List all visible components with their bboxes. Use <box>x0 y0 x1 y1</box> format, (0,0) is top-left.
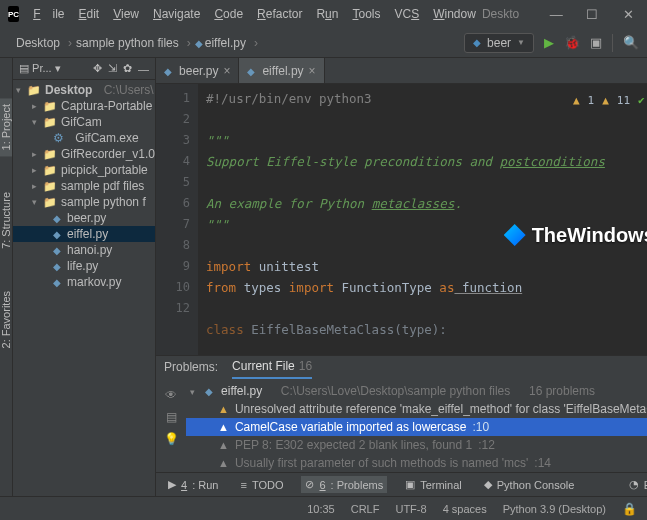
editor-tab[interactable]: beer.py× <box>156 58 239 83</box>
lock-icon[interactable]: 🔒 <box>622 502 637 516</box>
gutter: 1234567891012 <box>156 84 198 355</box>
caret-position[interactable]: 10:35 <box>307 503 335 515</box>
tree-file[interactable]: beer.py <box>67 211 106 225</box>
tree-folder[interactable]: sample pdf files <box>61 179 144 193</box>
interpreter[interactable]: Python 3.9 (Desktop) <box>503 503 606 515</box>
indent-settings[interactable]: 4 spaces <box>443 503 487 515</box>
editor-tabs: beer.py× eiffel.py× <box>156 58 647 84</box>
tab-current-file[interactable]: Current File16 <box>232 359 312 379</box>
tree-folder[interactable]: GifCam <box>61 115 102 129</box>
watermark: TheWindowsClub <box>504 224 647 246</box>
problems-list[interactable]: eiffel.py C:\Users\Love\Desktop\sample p… <box>186 382 647 472</box>
run-configuration-selector[interactable]: ◆ beer ▼ <box>464 33 534 53</box>
menu-navigate[interactable]: Navigate <box>147 4 206 24</box>
bottom-tool-stripe: ▶ 4: Run ≡ TODO ⊘ 6: Problems ▣ Terminal… <box>156 472 647 496</box>
minimize-button[interactable]: ― <box>543 7 569 22</box>
problem-row[interactable]: ▲Unresolved attribute reference 'make_ei… <box>186 400 647 418</box>
file-encoding[interactable]: UTF-8 <box>395 503 426 515</box>
project-panel: ▤ Pr... ▾ ✥ ⇲ ✿ — ▾Desktop C:\Users\ ▸Ca… <box>13 58 156 496</box>
separator <box>612 34 613 52</box>
run-config-name: beer <box>487 36 511 50</box>
problems-toolbar: 👁 ▤ 💡 <box>156 382 186 472</box>
menu-refactor[interactable]: Refactor <box>251 4 308 24</box>
maximize-button[interactable]: ☐ <box>579 7 605 22</box>
window-title: Deskto <box>482 7 519 21</box>
editor-tab[interactable]: eiffel.py× <box>239 58 324 83</box>
error-icon: ▲ <box>573 90 580 111</box>
project-toolbar: ▤ Pr... ▾ ✥ ⇲ ✿ — <box>13 58 155 80</box>
problems-panel: Problems: Current File16 ⚙ — 👁 ▤ 💡 eiffe… <box>156 355 647 472</box>
problems-tabs: Problems: Current File16 ⚙ — <box>156 356 647 382</box>
line-separator[interactable]: CRLF <box>351 503 380 515</box>
code-area[interactable]: #!/usr/bin/env python3 """ Support Eiffe… <box>198 84 647 355</box>
status-bar: 10:35 CRLF UTF-8 4 spaces Python 3.9 (De… <box>0 496 647 520</box>
menu-tools[interactable]: Tools <box>346 4 386 24</box>
breadcrumb[interactable]: sample python files <box>68 33 187 53</box>
problem-row[interactable]: ▲PEP 8: E302 expected 2 blank lines, fou… <box>186 436 647 454</box>
tree-folder[interactable]: picpick_portable <box>61 163 148 177</box>
menu-vcs[interactable]: VCS <box>389 4 426 24</box>
close-icon[interactable]: × <box>223 64 230 78</box>
menu-edit[interactable]: Edit <box>72 4 105 24</box>
inspections-widget[interactable]: ▲1 ▲11 ✔4 ⌃ ⌄ <box>569 88 647 113</box>
tree-folder[interactable]: GifRecorder_v1.0 <box>61 147 155 161</box>
search-everywhere-button[interactable]: 🔍 <box>623 35 639 50</box>
problem-row[interactable]: ▲CamelCase variable imported as lowercas… <box>186 418 647 436</box>
menu-run[interactable]: Run <box>310 4 344 24</box>
tool-run[interactable]: ▶ 4: Run <box>164 476 222 493</box>
tree-root[interactable]: Desktop <box>45 83 92 97</box>
watermark-logo-icon <box>504 224 526 246</box>
menu-view[interactable]: View <box>107 4 145 24</box>
project-view-selector[interactable]: ▤ Pr... ▾ <box>19 62 61 75</box>
tool-event-log[interactable]: ◔ Event Log <box>625 476 647 493</box>
menu-code[interactable]: Code <box>208 4 249 24</box>
close-button[interactable]: ✕ <box>615 7 641 22</box>
app-logo-icon: PC <box>8 6 19 22</box>
tool-window-favorites[interactable]: 2: Favorites <box>0 285 12 354</box>
tool-python-console[interactable]: ◆ Python Console <box>480 476 579 493</box>
chevron-down-icon: ▼ <box>517 38 525 47</box>
close-icon[interactable]: × <box>309 64 316 78</box>
tree-file[interactable]: hanoi.py <box>67 243 112 257</box>
tree-file[interactable]: markov.py <box>67 275 121 289</box>
gear-icon[interactable]: ✿ <box>123 62 132 75</box>
debug-button[interactable]: 🐞 <box>564 35 580 50</box>
hide-icon[interactable]: — <box>138 63 149 75</box>
bulb-icon[interactable]: 💡 <box>164 432 179 446</box>
collapse-icon[interactable]: ⇲ <box>108 62 117 75</box>
tool-window-project[interactable]: 1: Project <box>0 98 12 156</box>
locate-icon[interactable]: ✥ <box>93 62 102 75</box>
breadcrumb[interactable]: eiffel.py <box>187 33 254 53</box>
menu-file[interactable]: File <box>27 4 70 24</box>
tree-file[interactable]: GifCam.exe <box>75 131 138 145</box>
tree-folder[interactable]: Captura-Portable <box>61 99 152 113</box>
tool-todo[interactable]: ≡ TODO <box>236 477 287 493</box>
filter-icon[interactable]: ▤ <box>166 410 177 424</box>
warning-icon: ▲ <box>602 90 609 111</box>
eye-icon[interactable]: 👁 <box>165 388 177 402</box>
tree-file[interactable]: life.py <box>67 259 98 273</box>
breadcrumb[interactable]: Desktop <box>8 33 68 53</box>
main-menu: File Edit View Navigate Code Refactor Ru… <box>27 4 482 24</box>
navigation-bar: Desktop sample python files eiffel.py ◆ … <box>0 28 647 58</box>
tool-window-structure[interactable]: 7: Structure <box>0 186 12 255</box>
run-with-coverage-button[interactable]: ▣ <box>590 35 602 50</box>
left-tool-stripe: 1: Project 7: Structure 2: Favorites <box>0 58 13 496</box>
main-area: 1: Project 7: Structure 2: Favorites ▤ P… <box>0 58 647 496</box>
menu-window[interactable]: Window <box>427 4 482 24</box>
tool-problems[interactable]: ⊘ 6: Problems <box>301 476 387 493</box>
tree-folder[interactable]: sample python f <box>61 195 146 209</box>
editor-area: beer.py× eiffel.py× 1234567891012 #!/usr… <box>156 58 647 496</box>
editor-body[interactable]: 1234567891012 #!/usr/bin/env python3 """… <box>156 84 647 355</box>
tree-file[interactable]: eiffel.py <box>67 227 108 241</box>
run-button[interactable]: ▶ <box>544 35 554 50</box>
tab-project-errors[interactable]: Problems: <box>164 360 218 378</box>
tool-terminal[interactable]: ▣ Terminal <box>401 476 466 493</box>
project-tree[interactable]: ▾Desktop C:\Users\ ▸Captura-Portable ▾Gi… <box>13 80 155 496</box>
titlebar: PC File Edit View Navigate Code Refactor… <box>0 0 647 28</box>
python-icon: ◆ <box>473 37 481 48</box>
check-icon: ✔ <box>638 90 645 111</box>
problem-row[interactable]: ▲Usually first parameter of such methods… <box>186 454 647 472</box>
